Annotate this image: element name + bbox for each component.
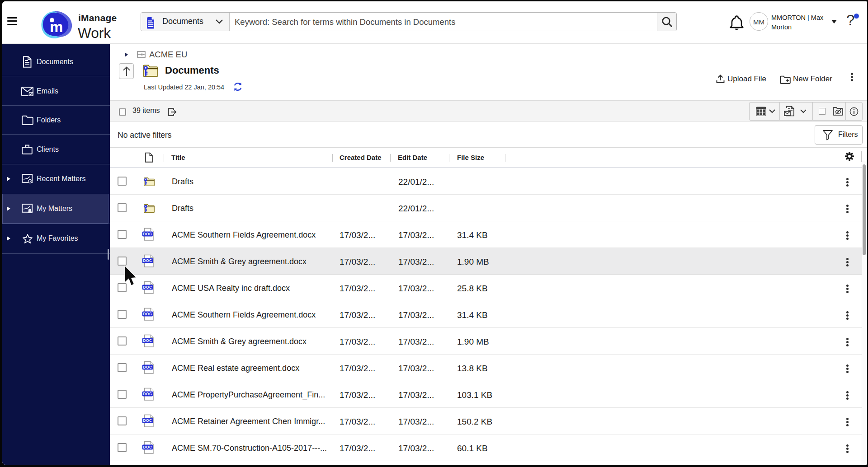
svg-text:DOC: DOC [143,259,152,263]
svg-text:DOC: DOC [143,285,152,290]
svg-text:DOC: DOC [143,392,152,396]
svg-text:DOC: DOC [143,365,152,369]
svg-text:DOC: DOC [143,232,152,236]
svg-text:DOC: DOC [143,419,152,423]
svg-text:m: m [50,19,63,35]
svg-text:DOC: DOC [143,312,152,316]
svg-text:DOC: DOC [143,339,152,343]
svg-text:DOC: DOC [143,445,152,449]
